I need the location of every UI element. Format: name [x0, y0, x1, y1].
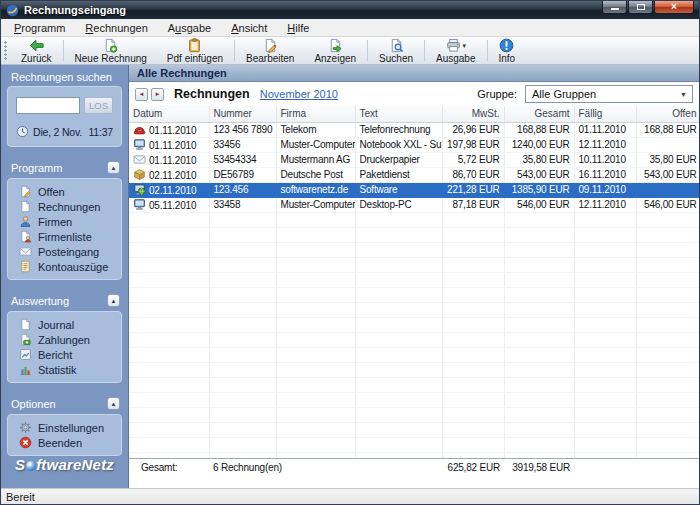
status-text: Bereit	[6, 491, 35, 503]
empty-row	[129, 377, 699, 392]
invoice-row[interactable]: 01.11.201033456Muster-ComputerNotebook X…	[129, 137, 699, 152]
column-header-text[interactable]: Text	[355, 106, 442, 122]
menu-item-hilfe[interactable]: Hilfe	[277, 21, 319, 35]
titlebar: Rechnungseingang ×	[1, 1, 699, 19]
empty-cell	[355, 317, 442, 332]
person-icon	[19, 215, 32, 228]
empty-cell	[574, 317, 636, 332]
invoice-row[interactable]: 01.11.201053454334Mustermann AGDruckerpa…	[129, 152, 699, 167]
cell-faellig: 10.11.2010	[574, 152, 636, 167]
minimize-button[interactable]	[602, 1, 627, 14]
cell-mwst: 197,98 EUR	[442, 137, 504, 152]
empty-cell	[636, 272, 699, 287]
next-month-button[interactable]: ►	[151, 88, 164, 101]
empty-cell	[574, 212, 636, 227]
empty-cell	[442, 302, 504, 317]
toolbar-info-button[interactable]: Info	[489, 37, 526, 64]
empty-row	[129, 392, 699, 407]
sidebar-item-label: Rechnungen	[38, 201, 100, 213]
maximize-button[interactable]	[628, 1, 653, 14]
column-header-faellig[interactable]: Fällig	[574, 106, 636, 122]
sidebar-item-einstellungen[interactable]: Einstellungen	[13, 420, 116, 435]
invoice-row[interactable]: 01.11.2010123 456 7890TelekomTelefonrech…	[129, 122, 699, 137]
empty-cell	[574, 347, 636, 362]
toolbar-anzeigen-button[interactable]: Anzeigen	[304, 37, 366, 64]
toolbar-bearbeiten-button[interactable]: Bearbeiten	[236, 37, 304, 64]
toolbar-ausgabe-button[interactable]: ▾Ausgabe	[426, 37, 485, 64]
empty-cell	[442, 332, 504, 347]
sidebar-item-beenden[interactable]: Beenden	[13, 435, 116, 450]
sidebar-item-bericht[interactable]: Bericht	[13, 347, 116, 362]
empty-cell	[355, 422, 442, 437]
empty-cell	[636, 257, 699, 272]
toolbar-neue-rechnung-button[interactable]: Neue Rechnung	[65, 37, 157, 64]
column-header-nummer[interactable]: Nummer	[209, 106, 276, 122]
search-input[interactable]	[16, 97, 80, 114]
package-icon	[133, 168, 146, 181]
column-header-gesamt[interactable]: Gesamt	[504, 106, 574, 122]
sidebar-item-kontoauszuege[interactable]: Kontoauszüge	[13, 259, 116, 274]
toolbar-separator	[367, 40, 368, 61]
cell-offen: 543,00 EUR	[636, 167, 699, 182]
sidebar-item-rechnungen[interactable]: Rechnungen	[13, 199, 116, 214]
empty-cell	[129, 257, 209, 272]
collapse-button[interactable]: ▲	[107, 397, 120, 410]
column-header-datum[interactable]: Datum	[129, 106, 209, 122]
search-section-title: Rechnungen suchen	[11, 71, 128, 83]
sidebar-item-firmenliste[interactable]: Firmenliste	[13, 229, 116, 244]
cell-offen	[636, 137, 699, 152]
cell-nummer: 53454334	[209, 152, 276, 167]
empty-cell	[442, 437, 504, 452]
sidebar-item-offen[interactable]: Offen	[13, 184, 116, 199]
column-header-mwst[interactable]: MwSt.	[442, 106, 504, 122]
empty-cell	[442, 407, 504, 422]
table-header-row: DatumNummerFirmaTextMwSt.GesamtFälligOff…	[129, 106, 699, 122]
empty-cell	[129, 317, 209, 332]
invoice-row[interactable]: 02.11.2010DE56789Deutsche PostPaketdiens…	[129, 167, 699, 182]
sidebar-item-posteingang[interactable]: Posteingang	[13, 244, 116, 259]
collapse-button[interactable]: ▲	[107, 161, 120, 174]
menu-item-ansicht[interactable]: Ansicht	[221, 21, 277, 35]
empty-cell	[636, 347, 699, 362]
quit-icon	[19, 436, 32, 449]
prev-month-button[interactable]: ◄	[135, 88, 148, 101]
close-button[interactable]: ×	[654, 1, 694, 14]
invoice-row[interactable]: 02.11.2010123.456softwarenetz.deSoftware…	[129, 182, 699, 197]
menu-item-programm[interactable]: Programm	[4, 21, 75, 35]
cell-text: Druckerpapier	[355, 152, 442, 167]
empty-cell	[129, 332, 209, 347]
chart-bars-icon	[19, 363, 32, 376]
totals-gesamt_total: 3919,58 EUR	[504, 459, 574, 475]
empty-row	[129, 437, 699, 452]
menu-item-rechnungen[interactable]: Rechnungen	[75, 21, 157, 35]
month-link[interactable]: November 2010	[260, 88, 338, 100]
sidebar-item-label: Beenden	[38, 437, 82, 449]
empty-cell	[129, 302, 209, 317]
search-go-button[interactable]: LOS	[84, 97, 113, 114]
cell-firma: Muster-Computer	[276, 137, 355, 152]
toolbar-button-label: Neue Rechnung	[75, 53, 147, 64]
menu-item-ausgabe[interactable]: Ausgabe	[158, 21, 221, 35]
sidebar-item-statistik[interactable]: Statistik	[13, 362, 116, 377]
app-icon	[6, 4, 19, 17]
cell-mwst: 26,96 EUR	[442, 122, 504, 137]
app-window: Rechnungseingang × ProgrammRechnungenAus…	[0, 0, 700, 505]
toolbar-pdf-einfuegen-button[interactable]: Pdf einfügen	[157, 37, 233, 64]
empty-cell	[129, 437, 209, 452]
sidebar-item-firmen[interactable]: Firmen	[13, 214, 116, 229]
softwarenetz-logo: SftwareNetz	[1, 456, 128, 473]
empty-cell	[129, 422, 209, 437]
toolbar-zurueck-button[interactable]: Zurück	[11, 37, 62, 64]
sidebar-item-journal[interactable]: Journal	[13, 317, 116, 332]
column-header-offen[interactable]: Offen	[636, 106, 699, 122]
sidebar-item-zahlungen[interactable]: Zahlungen	[13, 332, 116, 347]
column-header-firma[interactable]: Firma	[276, 106, 355, 122]
invoice-row[interactable]: 05.11.201033458Muster-ComputerDesktop-PC…	[129, 197, 699, 212]
group-dropdown[interactable]: Alle Gruppen ▼	[525, 85, 693, 103]
window-controls: ×	[602, 1, 694, 14]
empty-cell	[209, 317, 276, 332]
doc-search-icon	[389, 38, 404, 53]
toolbar-suchen-button[interactable]: Suchen	[369, 37, 423, 64]
cell-gesamt: 543,00 EUR	[504, 167, 574, 182]
collapse-button[interactable]: ▲	[107, 294, 120, 307]
